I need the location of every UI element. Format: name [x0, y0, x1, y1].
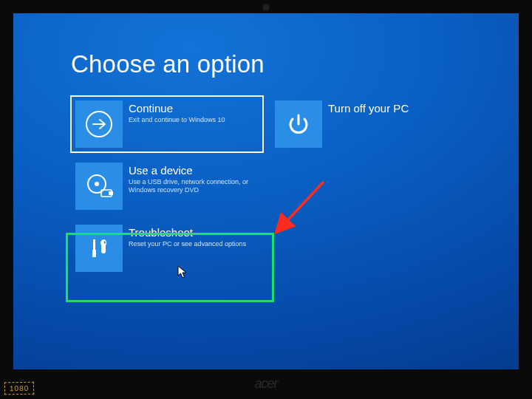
svg-rect-6: [92, 250, 96, 257]
option-label: Troubleshoot: [129, 226, 246, 239]
option-continue[interactable]: Continue Exit and continue to Windows 10: [71, 96, 263, 152]
screen-area: Choose an option Continue Exit and conti…: [13, 13, 519, 369]
webcam-dot: [263, 4, 269, 10]
laptop-brand-logo: acer: [254, 376, 277, 392]
option-turn-off[interactable]: Turn off your PC: [270, 96, 463, 152]
svg-rect-4: [109, 191, 113, 195]
svg-rect-5: [93, 239, 95, 250]
disc-usb-icon: [75, 163, 123, 210]
option-use-device[interactable]: Use a device Use a USB drive, network co…: [71, 158, 263, 214]
option-desc: Use a USB drive, network connection, or …: [129, 178, 259, 195]
arrow-right-icon: [75, 100, 123, 148]
power-icon: [275, 100, 322, 148]
option-label: Turn off your PC: [328, 102, 409, 115]
option-troubleshoot[interactable]: Troubleshoot Reset your PC or see advanc…: [71, 220, 263, 276]
wrench-screwdriver-icon: [75, 225, 123, 272]
laptop-bezel: Choose an option Continue Exit and conti…: [0, 0, 532, 399]
bezel-badge-1080: 1080: [4, 382, 35, 395]
svg-point-2: [95, 182, 99, 186]
option-tiles: Continue Exit and continue to Windows 10…: [71, 96, 463, 276]
option-desc: Exit and continue to Windows 10: [129, 116, 225, 124]
option-desc: Reset your PC or see advanced options: [129, 240, 246, 248]
option-label: Use a device: [129, 164, 259, 177]
page-title: Choose an option: [71, 50, 463, 78]
option-label: Continue: [129, 102, 225, 115]
